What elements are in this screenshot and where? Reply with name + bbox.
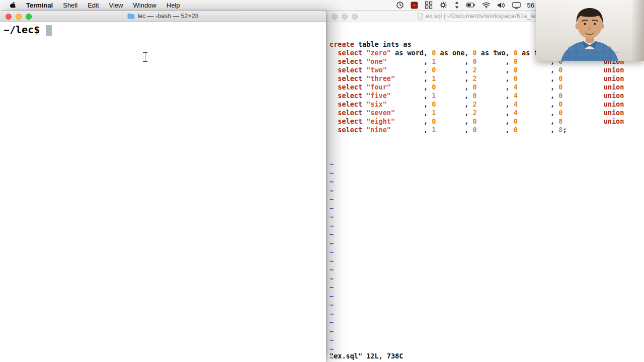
vim-tilde: ~ bbox=[330, 292, 644, 301]
menu-items: TerminalShellEditViewWindowHelp bbox=[21, 0, 185, 11]
terminal-screen[interactable]: ~/lec$ bbox=[0, 22, 326, 362]
volume-icon[interactable] bbox=[497, 2, 506, 9]
editor-traffic-lights bbox=[332, 14, 358, 20]
vim-tilde: ~ bbox=[330, 230, 644, 239]
code-line: select "seven" , 1 , 2 , 4 , 0 union bbox=[330, 109, 644, 117]
code-line: select "six" , 0 , 2 , 4 , 0 union bbox=[330, 100, 644, 109]
minimize-button[interactable] bbox=[16, 14, 22, 20]
terminal-title-text: lec — -bash — 52×28 bbox=[137, 13, 198, 20]
vim-tilde: ~ bbox=[330, 265, 644, 275]
desktop-screen: TerminalShellEditViewWindowHelp bbox=[0, 0, 644, 362]
code-line: select "three" , 1 , 2 , 0 , 0 union bbox=[330, 74, 644, 83]
vim-tilde: ~ bbox=[330, 187, 644, 196]
vim-status-line: "ex.sql" 12L, 738C bbox=[330, 352, 403, 360]
webcam-background-shadow bbox=[631, 0, 644, 61]
vim-tilde: ~ bbox=[330, 301, 644, 310]
display-icon[interactable] bbox=[512, 2, 521, 9]
editor-title-text: ex.sql (~/Documents/workspace/61a_lectur… bbox=[426, 13, 553, 20]
document-icon bbox=[418, 13, 423, 20]
menu-window[interactable]: Window bbox=[128, 0, 162, 11]
clock-icon[interactable] bbox=[396, 1, 404, 9]
vim-tilde: ~ bbox=[330, 327, 644, 336]
vim-tilde: ~ bbox=[330, 257, 644, 266]
person-figure bbox=[536, 0, 644, 61]
zoom-button[interactable] bbox=[26, 14, 32, 20]
zoom-button[interactable] bbox=[352, 14, 358, 20]
gear-icon[interactable] bbox=[439, 1, 447, 9]
menu-shell[interactable]: Shell bbox=[58, 0, 83, 11]
code-line: select "eight" , 0 , 0 , 0 , 8 union bbox=[330, 117, 644, 126]
wifi-icon[interactable] bbox=[482, 2, 491, 9]
menu-terminal[interactable]: Terminal bbox=[21, 0, 58, 11]
vim-tilde: ~ bbox=[330, 213, 644, 222]
close-button[interactable] bbox=[6, 14, 12, 20]
menu-view[interactable]: View bbox=[104, 0, 128, 11]
vim-tilde: ~ bbox=[330, 336, 644, 345]
vim-tilde: ~ bbox=[330, 177, 644, 187]
code-line: select "nine" , 1 , 0 , 0 , 8; bbox=[330, 126, 644, 134]
terminal-titlebar[interactable]: lec — -bash — 52×28 bbox=[0, 11, 326, 22]
terminal-traffic-lights bbox=[6, 14, 32, 20]
menubar-status-text[interactable]: 56 bbox=[527, 2, 534, 9]
editor-window: ex.sql (~/Documents/workspace/61a_lectur… bbox=[326, 11, 644, 362]
vim-tilde: ~ bbox=[330, 275, 644, 284]
minimize-button[interactable] bbox=[342, 14, 348, 20]
vim-buffer[interactable]: create table ints as select "zero" as wo… bbox=[326, 22, 644, 362]
grid-icon[interactable] bbox=[425, 1, 433, 9]
code-line: select "two" , 0 , 2 , 0 , 0 union bbox=[330, 66, 644, 74]
folder-icon bbox=[127, 13, 135, 19]
vim-tilde: ~ bbox=[330, 195, 644, 204]
vim-tilde: ~ bbox=[330, 160, 644, 169]
battery-icon[interactable] bbox=[466, 1, 475, 9]
updown-arrows-icon[interactable] bbox=[454, 1, 460, 9]
code-line: select "five" , 1 , 0 , 4 , 0 union bbox=[330, 92, 644, 100]
terminal-window-title: lec — -bash — 52×28 bbox=[0, 11, 326, 22]
menu-bar-left: TerminalShellEditViewWindowHelp bbox=[7, 0, 185, 10]
webcam-overlay bbox=[536, 0, 644, 61]
terminal-cursor bbox=[46, 25, 52, 36]
apple-logo-icon bbox=[9, 1, 17, 10]
vim-tilde: ~ bbox=[330, 239, 644, 248]
apple-menu[interactable] bbox=[7, 0, 21, 10]
red-app-icon[interactable] bbox=[411, 2, 418, 9]
code-line bbox=[330, 134, 644, 143]
shell-prompt: ~/lec$ bbox=[4, 24, 40, 36]
close-button[interactable] bbox=[332, 14, 338, 20]
vim-tilde: ~ bbox=[330, 204, 644, 213]
vim-tilde: ~ bbox=[330, 248, 644, 257]
terminal-window: lec — -bash — 52×28 ~/lec$ bbox=[0, 11, 326, 362]
menu-help[interactable]: Help bbox=[162, 0, 185, 11]
vim-tilde: ~ bbox=[330, 318, 644, 327]
menu-edit[interactable]: Edit bbox=[83, 0, 104, 11]
text-cursor-pointer bbox=[142, 52, 148, 62]
vim-tilde: ~ bbox=[330, 310, 644, 319]
vim-tilde: ~ bbox=[330, 222, 644, 231]
vim-tilde: ~ bbox=[330, 283, 644, 292]
code-line: select "four" , 0 , 0 , 4 , 0 union bbox=[330, 83, 644, 92]
vim-tilde: ~ bbox=[330, 169, 644, 178]
vim-empty-lines: ~~~~~~~~~~~~~~~~~~~~~~~~~ bbox=[330, 160, 644, 362]
